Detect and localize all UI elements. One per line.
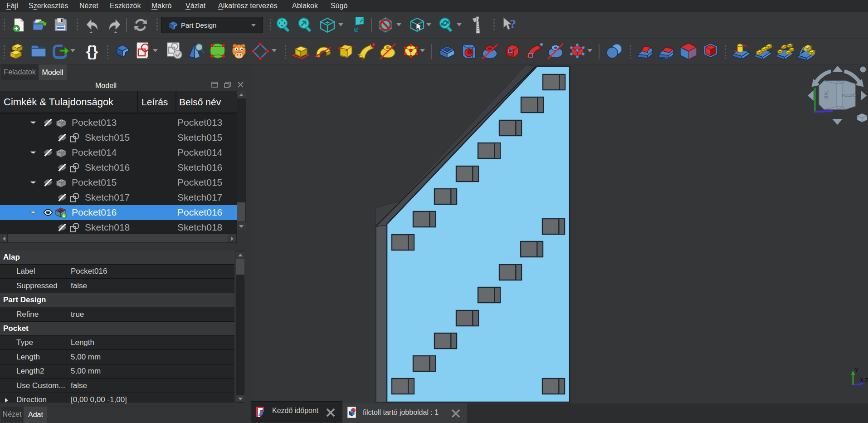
svg-text:?: ? [510, 17, 516, 31]
svg-text:Y: Y [855, 367, 858, 374]
svg-text:X Z: X Z [860, 377, 868, 384]
svg-text:FELSŐ: FELSŐ [842, 93, 856, 98]
svg-text:BAL: BAL [824, 90, 829, 98]
